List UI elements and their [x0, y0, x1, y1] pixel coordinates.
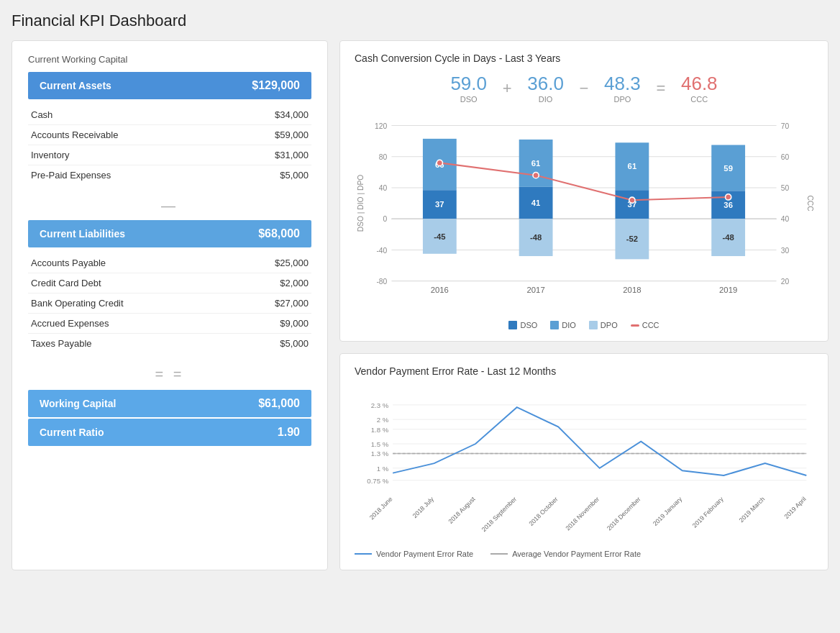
liability-name: Accounts Payable: [31, 258, 106, 268]
svg-text:CCC: CCC: [806, 195, 813, 211]
asset-value: $34,000: [275, 109, 309, 120]
svg-text:2018 September: 2018 September: [480, 496, 519, 534]
legend-dpo-label: DPO: [601, 321, 618, 329]
vendor-panel: Vendor Payment Error Rate - Last 12 Mont…: [339, 353, 828, 570]
svg-point-54: [629, 197, 635, 203]
svg-text:-52: -52: [626, 234, 638, 243]
vendor-rate-label: Vendor Payment Error Rate: [376, 550, 473, 558]
current-liabilities-value: $68,000: [258, 227, 300, 240]
svg-text:2019 February: 2019 February: [691, 495, 725, 529]
minus-symbol: −: [577, 79, 592, 98]
ccc-bar-chart: -80-4004080120203040506070DSO | DIO | DP…: [355, 114, 813, 315]
svg-text:2018 August: 2018 August: [447, 495, 477, 525]
current-ratio-label: Current Ratio: [40, 427, 104, 438]
svg-text:20: 20: [781, 278, 790, 286]
svg-text:-80: -80: [376, 278, 387, 286]
svg-text:41: 41: [531, 199, 541, 207]
current-ratio-row: Current Ratio 1.90: [28, 419, 311, 446]
svg-text:1.5 %: 1.5 %: [371, 440, 389, 448]
liability-value: $9,000: [280, 318, 309, 329]
svg-text:2019: 2019: [719, 286, 737, 294]
asset-line-item: Accounts Receivable$59,000: [28, 125, 311, 145]
dpo-value: 48.3: [597, 73, 647, 95]
ccc-title: Cash Conversion Cycle in Days - Last 3 Y…: [355, 53, 813, 64]
dso-label: DSO: [444, 95, 494, 104]
liability-value: $2,000: [280, 278, 309, 288]
liability-line-item: Credit Card Debt$2,000: [28, 273, 311, 293]
liability-value: $27,000: [275, 298, 309, 309]
dpo-metric: 48.3 DPO: [597, 73, 647, 104]
svg-text:61: 61: [531, 159, 541, 168]
asset-line-item: Cash$34,000: [28, 105, 311, 125]
svg-text:1.8 %: 1.8 %: [371, 426, 389, 434]
svg-text:2018 October: 2018 October: [527, 496, 559, 527]
asset-value: $31,000: [275, 150, 309, 160]
dso-metric: 59.0 DSO: [444, 73, 494, 104]
svg-text:2017: 2017: [527, 286, 545, 294]
ccc-panel: Cash Conversion Cycle in Days - Last 3 Y…: [339, 40, 828, 342]
legend-avg-rate: Average Vendor Payment Error Rate: [490, 550, 641, 558]
avg-line-icon: [490, 553, 508, 555]
asset-name: Inventory: [31, 150, 69, 160]
dio-metric: 36.0 DIO: [521, 73, 571, 104]
svg-text:37: 37: [435, 200, 444, 209]
bottom-kpi-block: Working Capital $61,000 Current Ratio 1.…: [28, 390, 311, 446]
legend-dio: DIO: [550, 321, 576, 329]
liability-value: $5,000: [280, 338, 309, 349]
svg-point-55: [726, 194, 731, 200]
asset-value: $5,000: [280, 170, 309, 181]
liability-line-item: Taxes Payable$5,000: [28, 334, 311, 353]
asset-name: Accounts Receivable: [31, 129, 118, 140]
svg-text:2018 July: 2018 July: [411, 495, 436, 519]
current-assets-header: Current Assets $129,000: [28, 72, 311, 99]
svg-text:0.75 %: 0.75 %: [367, 477, 388, 485]
svg-text:2.3 %: 2.3 %: [371, 401, 389, 409]
vendor-title: Vendor Payment Error Rate - Last 12 Mont…: [355, 365, 813, 377]
svg-text:2 %: 2 %: [377, 416, 389, 424]
current-assets-value: $129,000: [252, 79, 300, 92]
svg-text:120: 120: [375, 122, 387, 130]
current-ratio-value: 1.90: [278, 426, 300, 439]
svg-point-52: [437, 160, 442, 165]
working-capital-panel: Current Working Capital Current Assets $…: [12, 40, 328, 570]
asset-line-item: Inventory$31,000: [28, 145, 311, 165]
legend-ccc-label: CCC: [642, 321, 659, 329]
ccc-metrics-row: 59.0 DSO + 36.0 DIO − 48.3 DPO = 46.8 CC…: [355, 73, 813, 104]
vendor-legend: Vendor Payment Error Rate Average Vendor…: [355, 550, 813, 558]
svg-point-53: [533, 173, 539, 178]
minus-separator: —: [28, 198, 311, 214]
svg-text:2018: 2018: [623, 286, 641, 294]
svg-text:2016: 2016: [431, 286, 449, 294]
svg-text:59: 59: [723, 164, 733, 173]
avg-rate-label: Average Vendor Payment Error Rate: [512, 550, 641, 558]
page-title: Financial KPI Dashboard: [12, 12, 828, 30]
ccc-legend: DSO DIO DPO CCC: [355, 321, 813, 329]
liability-name: Taxes Payable: [31, 338, 92, 349]
legend-dpo: DPO: [589, 321, 618, 329]
dio-label: DIO: [521, 95, 571, 104]
vendor-line-icon: [355, 553, 372, 555]
legend-dio-color: [550, 321, 559, 329]
legend-dso-label: DSO: [520, 321, 537, 329]
dpo-label: DPO: [597, 95, 647, 104]
svg-text:1.3 %: 1.3 %: [371, 450, 389, 457]
svg-text:2019 March: 2019 March: [738, 496, 767, 524]
legend-ccc: CCC: [631, 321, 659, 329]
legend-dio-label: DIO: [562, 321, 576, 329]
current-liabilities-label: Current Liabilities: [40, 228, 125, 240]
dso-value: 59.0: [444, 73, 494, 95]
working-capital-row-label: Working Capital: [40, 398, 116, 409]
current-liabilities-header: Current Liabilities $68,000: [28, 220, 311, 247]
legend-dso-color: [508, 321, 517, 329]
svg-text:2018 November: 2018 November: [564, 496, 601, 532]
liability-line-item: Accrued Expenses$9,000: [28, 314, 311, 334]
svg-text:2018 June: 2018 June: [368, 496, 394, 522]
legend-ccc-line: [631, 324, 639, 327]
ccc-value: 46.8: [674, 73, 724, 95]
working-capital-row-value: $61,000: [258, 397, 300, 410]
liability-name: Bank Operating Credit: [31, 298, 124, 309]
svg-text:-48: -48: [530, 233, 542, 242]
svg-text:70: 70: [781, 122, 790, 130]
svg-text:40: 40: [781, 215, 790, 223]
section-title: Current Working Capital: [28, 54, 311, 65]
